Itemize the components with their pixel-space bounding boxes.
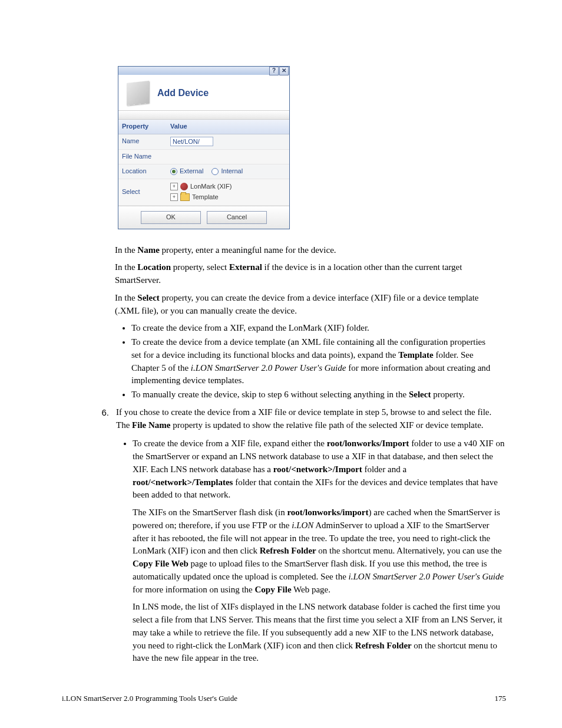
- add-device-dialog: ? ✕ Add Device Property Value Name File …: [118, 66, 290, 229]
- close-icon[interactable]: ✕: [279, 67, 289, 75]
- row-select-label: Select: [118, 179, 167, 205]
- tree-item-template[interactable]: + Template: [170, 192, 286, 203]
- col-value: Value: [167, 120, 289, 134]
- radio-external[interactable]: [170, 168, 177, 175]
- footer-right: 175: [495, 693, 507, 704]
- radio-internal-label: Internal: [221, 167, 243, 176]
- paragraph: In the Location property, select Externa…: [115, 261, 494, 287]
- dialog-header: Add Device: [118, 75, 289, 111]
- folder-icon: [180, 193, 190, 201]
- list-item: To create the device from a XIF file, ex…: [133, 437, 506, 665]
- device-icon: [127, 81, 149, 106]
- paragraph: If you chose to create the device from a…: [116, 406, 506, 432]
- property-table: Property Value Name File Name Location E…: [118, 120, 289, 206]
- row-name-label: Name: [118, 134, 167, 149]
- tree-item-lonmark[interactable]: + LonMark (XIF): [170, 182, 286, 192]
- page-footer: i.LON SmartServer 2.0 Programming Tools …: [62, 693, 506, 704]
- plus-icon[interactable]: +: [170, 193, 178, 201]
- titlebar: ? ✕: [118, 67, 289, 75]
- row-filename-label: File Name: [118, 149, 167, 164]
- name-input[interactable]: [170, 137, 213, 146]
- footer-left: i.LON SmartServer 2.0 Programming Tools …: [62, 693, 237, 704]
- help-icon[interactable]: ?: [269, 67, 279, 75]
- separator: [118, 111, 289, 120]
- bullet-list: To create the device from a XIF, expand …: [115, 322, 494, 401]
- button-row: OK Cancel: [118, 206, 289, 229]
- radio-external-label: External: [180, 167, 203, 176]
- radio-internal[interactable]: [211, 168, 219, 175]
- cancel-button[interactable]: Cancel: [207, 211, 267, 224]
- globe-icon: [180, 183, 188, 190]
- dialog-title: Add Device: [157, 86, 209, 100]
- paragraph: In the Select property, you can create t…: [115, 292, 494, 318]
- row-filename-value: [167, 149, 289, 164]
- tree-template-label: Template: [192, 193, 219, 202]
- plus-icon[interactable]: +: [170, 183, 178, 190]
- list-item: To create the device from a XIF, expand …: [131, 322, 494, 335]
- row-location-label: Location: [118, 164, 167, 179]
- location-radios: External Internal: [170, 167, 286, 176]
- list-item: To create the device from a device templ…: [131, 336, 494, 387]
- tree-lonmark-label: LonMark (XIF): [190, 182, 232, 192]
- step-number: 6.: [80, 406, 116, 670]
- paragraph: In the Name property, enter a meaningful…: [115, 244, 494, 257]
- col-property: Property: [118, 120, 167, 134]
- step-6: 6. If you chose to create the device fro…: [80, 406, 506, 670]
- list-item: To manually create the device, skip to s…: [131, 388, 494, 401]
- ok-button[interactable]: OK: [141, 211, 201, 224]
